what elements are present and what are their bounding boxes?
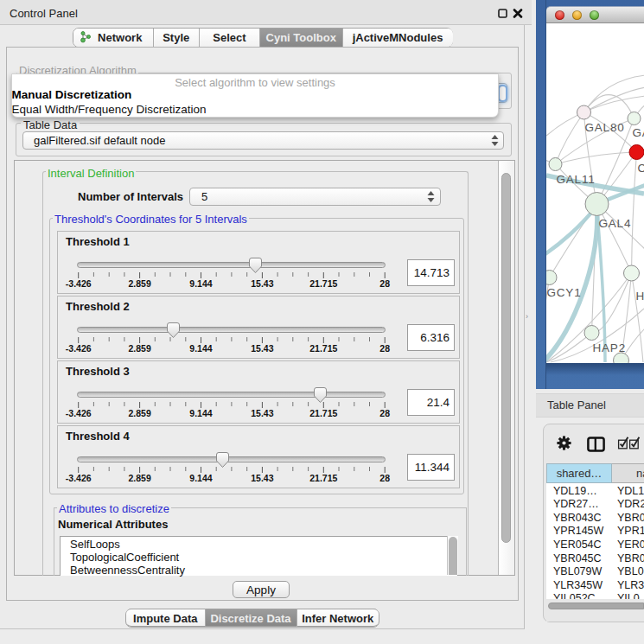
svg-text:GAL80: GAL80 xyxy=(584,121,624,134)
svg-text:GCY1: GCY1 xyxy=(546,286,581,299)
svg-text:GA: GA xyxy=(632,126,644,139)
svg-text:HAP2: HAP2 xyxy=(592,341,625,354)
svg-text:GAL4: GAL4 xyxy=(598,217,631,230)
svg-text:HI: HI xyxy=(635,290,644,303)
svg-text:GAL11: GAL11 xyxy=(556,173,595,186)
svg-text:CA: CA xyxy=(637,162,644,175)
